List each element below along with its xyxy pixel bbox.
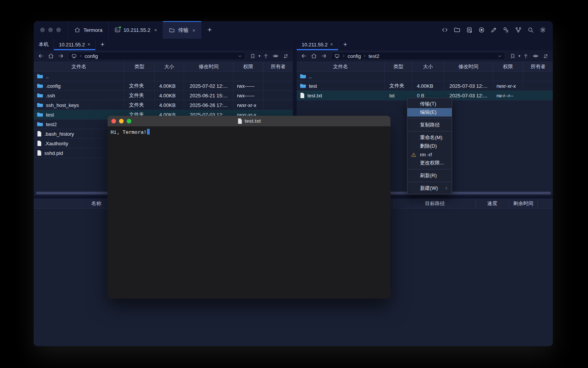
column-header-spacer [538, 199, 553, 208]
folder-icon [37, 93, 43, 98]
tab-termora-home[interactable]: Termora [68, 21, 109, 39]
tab-ssh-session[interactable]: 10.211.55.2 × [109, 21, 163, 39]
close-tab-icon[interactable]: × [88, 42, 90, 47]
menu-item-edit[interactable]: 编辑(E) [407, 108, 452, 117]
upload-button[interactable] [261, 52, 270, 60]
back-button[interactable] [299, 52, 309, 60]
gear-icon [539, 26, 546, 33]
submenu-arrow-icon [444, 186, 449, 191]
computer-icon [71, 53, 77, 59]
right-panel-tabs: 10.211.55.2 × + [297, 39, 553, 50]
tab-transfer[interactable]: 传输 × [163, 21, 201, 39]
editor-zoom-button[interactable] [127, 119, 131, 123]
table-row[interactable]: ssh_host_keys 文件夹 4.00KB 2025-06-26 17:.… [34, 100, 293, 110]
column-header-size[interactable]: 大小 [155, 62, 184, 71]
bookmark-button[interactable] [248, 52, 257, 60]
chevron-right-icon [79, 54, 83, 58]
snippets-button[interactable] [441, 26, 448, 33]
tab-local[interactable]: 本机 [34, 39, 54, 50]
path-segment[interactable]: config [348, 53, 361, 59]
column-header-type[interactable]: 类型 [385, 62, 412, 71]
file-name: .bash_history [44, 131, 74, 137]
menu-item-delete[interactable]: 删除(D) [407, 142, 452, 150]
menu-item-change-permissions[interactable]: 更改权限... [407, 159, 452, 167]
table-row[interactable]: .ssh 文件夹 4.00KB 2025-06-21 15:... rwx---… [34, 91, 293, 100]
column-header-size[interactable]: 大小 [412, 62, 444, 71]
tab-label: 10.211.55.2 [124, 27, 150, 33]
settings-button[interactable] [539, 26, 546, 33]
editor-close-button[interactable] [111, 119, 116, 123]
bookmark-icon [510, 53, 516, 59]
column-header-remaining-time[interactable]: 剩余时间 [509, 199, 538, 208]
folder-icon [37, 74, 43, 79]
table-row[interactable]: .. [297, 72, 553, 81]
editor-text-area[interactable]: Hi, Termora! [108, 127, 390, 299]
close-tab-icon[interactable]: × [330, 42, 333, 47]
column-header-permissions[interactable]: 权限 [493, 62, 523, 71]
path-breadcrumb[interactable]: config test2 [331, 52, 505, 60]
refresh-button[interactable] [281, 52, 290, 60]
bookmark-button[interactable] [508, 52, 517, 60]
table-row[interactable]: .. [34, 72, 293, 81]
tab-remote-session[interactable]: 10.211.55.2 × [54, 39, 96, 50]
table-row[interactable]: .config 文件夹 4.00KB 2025-07-02 12:... rwx… [34, 81, 293, 91]
keychain-button[interactable] [515, 26, 522, 33]
sftp-button[interactable] [454, 26, 461, 33]
column-header-filename[interactable]: 文件名 [297, 62, 385, 71]
close-tab-icon[interactable]: × [154, 27, 157, 33]
show-hidden-button[interactable] [271, 52, 280, 60]
column-header-permissions[interactable]: 权限 [234, 62, 263, 71]
file-name: test [309, 83, 317, 89]
window-close-button[interactable] [40, 28, 45, 32]
window-minimize-button[interactable] [48, 28, 53, 32]
menu-item-refresh[interactable]: 刷新(R) [407, 171, 452, 180]
file-name: .. [309, 74, 312, 79]
column-header-modified[interactable]: 修改时间 [184, 62, 234, 71]
new-panel-tab-button[interactable]: + [338, 39, 352, 50]
menu-item-copy-path[interactable]: 复制路径 [407, 121, 452, 129]
forward-button[interactable] [319, 52, 328, 60]
key-manager-button[interactable] [503, 26, 510, 33]
window-zoom-button[interactable] [56, 28, 61, 32]
path-breadcrumb[interactable]: config [68, 52, 245, 60]
close-tab-icon[interactable]: × [192, 28, 195, 33]
file-name: .Xauthority [44, 141, 68, 146]
column-header-owner[interactable]: 所有者 [263, 62, 293, 71]
search-button[interactable] [527, 26, 534, 33]
new-window-tab-button[interactable]: + [201, 21, 218, 39]
chevron-right-icon [363, 54, 367, 58]
edit-button[interactable] [490, 26, 497, 33]
record-button[interactable] [478, 26, 485, 33]
path-segment[interactable]: config [85, 53, 98, 59]
tab-remote-session[interactable]: 10.211.55.2 × [297, 39, 338, 50]
log-button[interactable] [466, 26, 473, 33]
refresh-button[interactable] [541, 52, 550, 60]
home-button[interactable] [46, 52, 56, 60]
home-button[interactable] [309, 52, 318, 60]
eye-icon [273, 53, 279, 59]
path-segment[interactable]: test2 [369, 53, 379, 59]
new-panel-tab-button[interactable]: + [96, 39, 109, 50]
show-hidden-button[interactable] [531, 52, 540, 60]
upload-button[interactable] [521, 52, 530, 60]
editor-minimize-button[interactable] [119, 119, 124, 123]
table-row[interactable]: test 文件夹 4.00KB 2025-07-03 12:... rwxr-x… [297, 81, 553, 91]
forward-button[interactable] [56, 52, 65, 60]
column-header-filename[interactable]: 文件名 [34, 62, 124, 71]
menu-item-transfer[interactable]: 传输(T) [407, 100, 452, 108]
bookmark-caret-icon[interactable]: ▾ [518, 54, 520, 58]
chevron-down-icon[interactable] [497, 54, 502, 59]
column-header-speed[interactable]: 速度 [476, 199, 509, 208]
column-header-target-path[interactable]: 目标路径 [394, 199, 476, 208]
file-icon [37, 150, 42, 156]
up-arrow-icon [523, 53, 529, 59]
column-header-type[interactable]: 类型 [124, 62, 155, 71]
menu-item-rename[interactable]: 重命名(M) [407, 133, 452, 142]
column-header-owner[interactable]: 所有者 [523, 62, 553, 71]
chevron-down-icon[interactable] [237, 54, 242, 59]
bookmark-caret-icon[interactable]: ▾ [258, 54, 260, 58]
column-header-modified[interactable]: 修改时间 [444, 62, 493, 71]
back-button[interactable] [36, 52, 46, 60]
menu-item-rm-rf[interactable]: rm -rf [407, 150, 452, 159]
menu-item-new[interactable]: 新建(W) [407, 184, 452, 192]
